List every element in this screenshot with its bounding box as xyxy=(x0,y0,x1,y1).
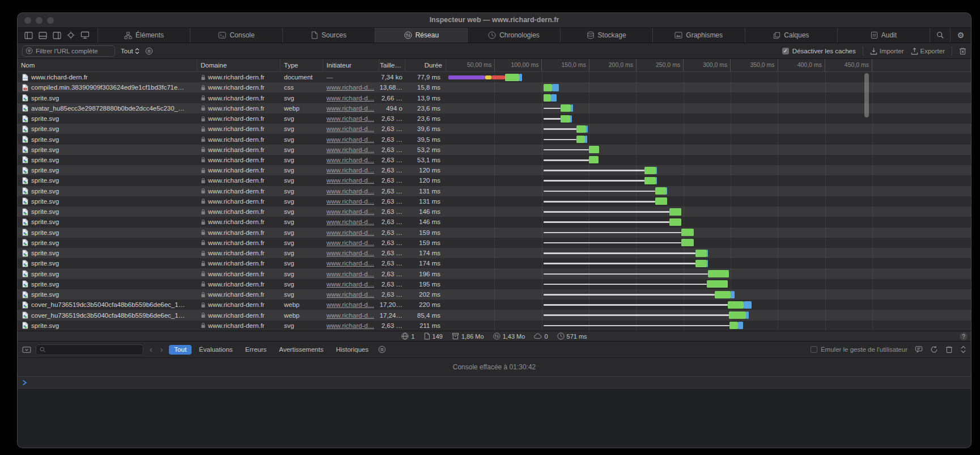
tab-audit[interactable]: Audit xyxy=(838,28,930,43)
table-row[interactable]: sprite.svgwww.richard-dern.frsvgwww.rich… xyxy=(18,175,971,186)
column-header-duration[interactable]: Durée xyxy=(405,59,446,71)
console-scope-icon[interactable] xyxy=(22,346,31,353)
table-row[interactable]: sprite.svgwww.richard-dern.frsvgwww.rich… xyxy=(18,124,971,134)
waterfall-segment-green xyxy=(589,146,599,153)
lock-icon xyxy=(201,292,206,298)
vertical-scrollbar[interactable] xyxy=(864,73,869,117)
previous-result-button[interactable]: ‹ xyxy=(148,346,154,353)
table-row[interactable]: sprite.svgwww.richard-dern.frsvgwww.rich… xyxy=(18,321,971,331)
waterfall-segment-line xyxy=(544,325,729,327)
table-row[interactable]: csscompiled.min.38390909f303624ed9e1cf1b… xyxy=(18,82,971,92)
initiator-link[interactable]: www.richard-d… xyxy=(326,250,374,256)
initiator-link[interactable]: www.richard-d… xyxy=(326,229,374,236)
console-prompt[interactable] xyxy=(18,376,971,389)
table-row[interactable]: sprite.svgwww.richard-dern.frsvgwww.rich… xyxy=(18,258,971,268)
console-filter-évaluations[interactable]: Évaluations xyxy=(194,345,237,355)
initiator-link[interactable]: www.richard-d… xyxy=(326,208,374,215)
search-tab[interactable] xyxy=(930,28,951,43)
initiator-link[interactable]: www.richard-d… xyxy=(326,271,374,277)
filter-options-button[interactable] xyxy=(145,47,153,55)
initiator-link[interactable]: www.richard-d… xyxy=(326,239,374,246)
initiator-link[interactable]: www.richard-d… xyxy=(326,95,374,102)
column-header-type[interactable]: Type xyxy=(281,59,323,71)
table-row[interactable]: sprite.svgwww.richard-dern.frsvgwww.rich… xyxy=(18,165,971,175)
resource-type-select[interactable]: Tout xyxy=(121,48,139,54)
console-search-input[interactable] xyxy=(36,344,143,355)
tab-graphics[interactable]: Graphismes xyxy=(653,28,745,43)
initiator-link[interactable]: www.richard-d… xyxy=(326,157,374,163)
clear-network-button[interactable] xyxy=(959,47,966,55)
table-row[interactable]: <>www.richard-dern.frwww.richard-dern.fr… xyxy=(18,72,971,82)
initiator-link[interactable]: www.richard-d… xyxy=(326,136,374,143)
resource-type: svg xyxy=(281,289,323,300)
clear-console-icon[interactable] xyxy=(945,346,953,353)
initiator-link[interactable]: www.richard-d… xyxy=(326,115,374,122)
table-row[interactable]: sprite.svgwww.richard-dern.frsvgwww.rich… xyxy=(18,268,971,279)
initiator-link[interactable]: www.richard-d… xyxy=(326,218,374,225)
table-row[interactable]: sprite.svgwww.richard-dern.frsvgwww.rich… xyxy=(18,196,971,207)
initiator-link[interactable]: www.richard-d… xyxy=(326,301,374,308)
console-filter-erreurs[interactable]: Erreurs xyxy=(240,345,272,355)
table-row[interactable]: sprite.svgwww.richard-dern.frsvgwww.rich… xyxy=(18,113,971,124)
url-filter-field[interactable]: Filtrer l'URL complète xyxy=(22,45,115,57)
dock-left-icon[interactable] xyxy=(24,32,33,39)
column-header-name[interactable]: Nom xyxy=(18,59,197,71)
table-row[interactable]: sprite.svgwww.richard-dern.frsvgwww.rich… xyxy=(18,186,971,196)
table-row[interactable]: sprite.svgwww.richard-dern.frsvgwww.rich… xyxy=(18,145,971,155)
initiator-link[interactable]: www.richard-d… xyxy=(326,312,374,319)
emulate-user-gesture-checkbox[interactable]: Émuler le geste de l'utilisateur xyxy=(811,346,907,353)
table-row[interactable]: sprite.svgwww.richard-dern.frsvgwww.rich… xyxy=(18,217,971,227)
table-row[interactable]: sprite.svgwww.richard-dern.frsvgwww.rich… xyxy=(18,228,971,238)
table-row[interactable]: cover_hu736519dc3b5040cfa48b6b559b6de6ec… xyxy=(18,310,971,320)
help-button[interactable]: ? xyxy=(960,332,968,340)
tab-storage[interactable]: Stockage xyxy=(561,28,653,43)
reload-icon[interactable] xyxy=(930,346,938,353)
initiator-link[interactable]: www.richard-d… xyxy=(326,146,374,153)
table-row[interactable]: sprite.svgwww.richard-dern.frsvgwww.rich… xyxy=(18,155,971,165)
dock-right-icon[interactable] xyxy=(53,32,61,39)
import-button[interactable]: Importer xyxy=(870,47,904,55)
console-filter-avertissements[interactable]: Avertissements xyxy=(274,345,328,355)
tab-layers[interactable]: Calques xyxy=(745,28,838,43)
console-options-icon[interactable] xyxy=(378,346,386,353)
column-header-size[interactable]: Taille… xyxy=(379,59,405,71)
table-row[interactable]: avatar_hu85ecc3e298728880b0bde2dcc4e5c23… xyxy=(18,103,971,113)
table-row[interactable]: sprite.svgwww.richard-dern.frsvgwww.rich… xyxy=(18,248,971,258)
column-header-initiator[interactable]: Initiateur xyxy=(323,59,379,71)
table-row[interactable]: sprite.svgwww.richard-dern.frsvgwww.rich… xyxy=(18,92,971,103)
dock-bottom-icon[interactable] xyxy=(39,32,47,39)
initiator-link[interactable]: www.richard-d… xyxy=(326,198,374,205)
table-row[interactable]: sprite.svgwww.richard-dern.frsvgwww.rich… xyxy=(18,134,971,144)
next-result-button[interactable]: › xyxy=(159,346,165,353)
settings-tab[interactable]: ⚙ xyxy=(951,28,971,43)
expand-console-icon[interactable] xyxy=(960,346,966,353)
tab-sources[interactable]: Sources xyxy=(283,28,375,43)
tab-network[interactable]: Réseau xyxy=(375,28,468,43)
table-row[interactable]: sprite.svgwww.richard-dern.frsvgwww.rich… xyxy=(18,279,971,289)
initiator-link[interactable]: www.richard-d… xyxy=(326,125,374,132)
console-messages-icon[interactable] xyxy=(915,346,923,353)
element-picker-icon[interactable] xyxy=(67,31,75,39)
column-header-domain[interactable]: Domaine xyxy=(197,59,281,71)
initiator-link[interactable]: www.richard-d… xyxy=(326,281,374,288)
tab-elements[interactable]: Éléments xyxy=(98,28,190,43)
console-filter-historiques[interactable]: Historiques xyxy=(331,345,374,355)
console-filter-tout[interactable]: Tout xyxy=(169,345,192,355)
initiator-link[interactable]: www.richard-d… xyxy=(326,84,374,91)
initiator-link[interactable]: www.richard-d… xyxy=(326,322,374,329)
initiator-link[interactable]: www.richard-d… xyxy=(326,291,374,298)
disable-caches-checkbox[interactable]: ✓ Désactiver les caches xyxy=(782,48,856,54)
export-button[interactable]: Exporter xyxy=(911,47,945,55)
table-row[interactable]: sprite.svgwww.richard-dern.frsvgwww.rich… xyxy=(18,238,971,248)
table-row[interactable]: sprite.svgwww.richard-dern.frsvgwww.rich… xyxy=(18,289,971,300)
initiator-link[interactable]: www.richard-d… xyxy=(326,260,374,267)
table-row[interactable]: sprite.svgwww.richard-dern.frsvgwww.rich… xyxy=(18,207,971,217)
table-row[interactable]: cover_hu736519dc3b5040cfa48b6b559b6de6ec… xyxy=(18,300,971,310)
tab-console[interactable]: Console xyxy=(190,28,283,43)
initiator-link[interactable]: www.richard-d… xyxy=(326,188,374,195)
initiator-link[interactable]: www.richard-d… xyxy=(326,105,374,112)
device-icon[interactable] xyxy=(80,31,90,39)
initiator-link[interactable]: www.richard-d… xyxy=(326,167,374,174)
initiator-link[interactable]: www.richard-d… xyxy=(326,177,374,184)
tab-timelines[interactable]: Chronologies xyxy=(468,28,560,43)
